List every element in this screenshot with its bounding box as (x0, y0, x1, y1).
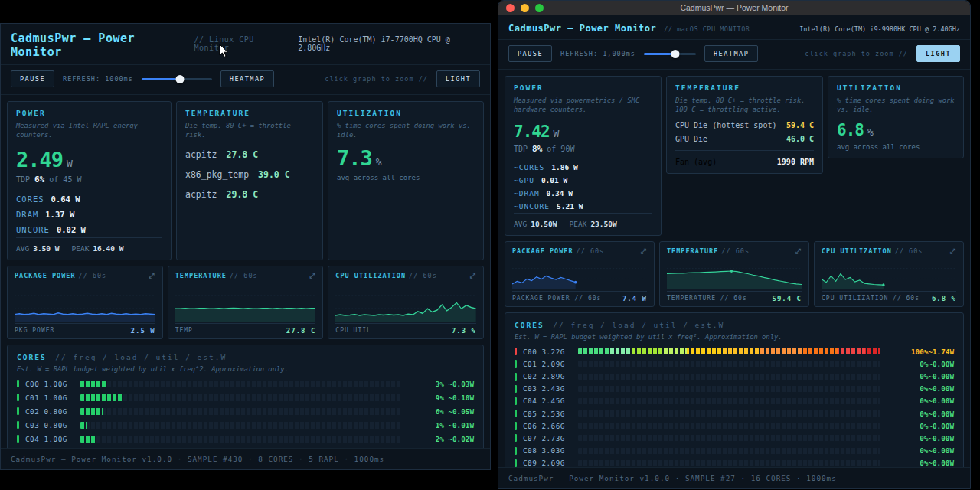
heatmap-button[interactable]: HEATMAP (220, 70, 274, 87)
core-load-accent (514, 447, 517, 455)
utilization-caption: avg across all cores (837, 143, 955, 151)
refresh-slider[interactable] (142, 74, 212, 84)
chart-window-label: // 60s (577, 247, 605, 255)
core-label: C02 0.80G (25, 407, 74, 416)
cores-panel: CORES // freq / load / util / est.W Est.… (505, 312, 964, 467)
core-row: C06 2.66G0%~0.00W (514, 422, 954, 430)
temperature-sparkline[interactable] (667, 258, 802, 289)
core-load-accent (514, 373, 517, 381)
core-rows-list: C00 1.00G3% ~0.03WC01 1.00G9% ~0.10WC02 … (17, 380, 474, 448)
temperature-sparkline[interactable] (175, 283, 316, 322)
core-row: C03 2.43G0%~0.00W (514, 384, 954, 393)
power-panel-title: POWER (514, 83, 652, 92)
expand-icon[interactable]: ⤢ (309, 272, 315, 280)
cpu-utilization-chart-panel[interactable]: CPU UTILIZATION// 60s ⤢ CPU UTIL 7.3 % (328, 266, 484, 339)
sensor-value: 59.4 C (786, 121, 814, 129)
power-row-value: 0.02 W (57, 225, 86, 234)
cpu-utilization-chart-panel[interactable]: CPU UTILIZATION// 60s ⤢ CPU UTILIZATION … (814, 241, 964, 307)
power-row-label: ~GPU (514, 176, 534, 185)
temp-sensor-row: acpitz 27.8 C (185, 149, 314, 160)
temp-sensor-row: CPU Die (hottest spot) 59.4 C (675, 121, 814, 129)
tdp-percent: 6% (34, 175, 44, 185)
package-power-sparkline[interactable] (512, 258, 647, 289)
temperature-chart-panel[interactable]: TEMPERATURE// 60s ⤢ TEMP 27.8 C (168, 266, 324, 339)
pause-button[interactable]: PAUSE (508, 45, 552, 62)
chart-title: TEMPERATURE (175, 272, 227, 279)
cores-panel-desc: Est. W = RAPL budget weighted by util x … (514, 333, 954, 341)
core-value: 6% ~0.05W (407, 407, 474, 416)
light-theme-button[interactable]: LIGHT (436, 70, 480, 87)
core-value: 0%~0.00W (887, 360, 954, 368)
expand-icon[interactable]: ⤢ (795, 247, 802, 256)
chart-latest-value: 2.5 W (131, 327, 155, 335)
core-load-accent (17, 380, 19, 387)
package-power-sparkline[interactable] (15, 283, 155, 322)
cpu-utilization-sparkline[interactable] (822, 258, 956, 289)
core-value: 100%~1.74W (887, 348, 954, 356)
core-load-accent (514, 360, 517, 368)
power-panel-title: POWER (16, 109, 162, 117)
package-power-chart-panel[interactable]: PACKAGE POWER// 60s ⤢ PACKAGE POWER // 6… (505, 241, 655, 307)
toolbar: PAUSE REFRESH: 1,000ms HEATMAP click gra… (498, 40, 970, 70)
refresh-slider[interactable] (644, 49, 696, 59)
core-load-accent (514, 459, 517, 467)
expand-icon[interactable]: ⤢ (641, 247, 647, 256)
chart-footer: CPU UTIL 7.3 % (335, 323, 476, 335)
power-row-value: 0.01 W (541, 176, 567, 185)
chart-title: TEMPERATURE (667, 247, 718, 255)
core-load-accent (514, 348, 517, 355)
package-power-chart-panel[interactable]: PACKAGE POWER// 60s ⤢ PKG POWER 2.5 W (7, 266, 163, 339)
expand-icon[interactable]: ⤢ (470, 272, 476, 280)
package-power-value: 2.49 (16, 148, 63, 172)
chart-latest-value: 59.4 C (772, 295, 802, 302)
light-theme-button[interactable]: LIGHT (916, 45, 960, 62)
sensor-value: 27.8 C (227, 149, 259, 160)
tdp-label: TDP (514, 145, 528, 153)
power-row-dram: DRAM 1.37 W (16, 210, 162, 219)
expand-icon[interactable]: ⤢ (149, 272, 155, 280)
pause-button[interactable]: PAUSE (11, 70, 54, 87)
expand-icon[interactable]: ⤢ (950, 247, 956, 256)
temperature-chart-panel[interactable]: TEMPERATURE// 60s ⤢ TEMPERATURE // 60s 5… (659, 241, 809, 307)
power-row-label: CORES (16, 194, 44, 204)
core-load-bar (80, 436, 400, 443)
core-load-accent (17, 435, 19, 443)
utilization-value: 7.3 (337, 146, 372, 170)
power-row-uncore: UNCORE 0.02 W (16, 225, 162, 234)
core-label: C02 2.89G (523, 372, 572, 381)
tdp-percent: 8% (532, 144, 542, 154)
chart-title: PACKAGE POWER (15, 272, 76, 279)
slider-thumb[interactable] (176, 75, 185, 83)
power-panel: POWER Measured via powermetrics / SMC ha… (505, 76, 662, 236)
power-panel-desc: Measured via powermetrics / SMC hardware… (514, 96, 652, 115)
power-panel-desc: Measured via Intel RAPL energy counters. (16, 121, 162, 140)
fan-value: 1990 RPM (777, 158, 814, 166)
avg-peak-row: AVG10.50W PEAK23.50W (514, 213, 652, 228)
utilization-readout: 7.3 % (337, 146, 475, 170)
chart-footer: TEMP 27.8 C (175, 323, 316, 335)
slider-thumb[interactable] (671, 50, 679, 58)
utilization-panel-title: UTILIZATION (337, 109, 475, 117)
heatmap-button[interactable]: HEATMAP (704, 45, 758, 62)
temperature-panel-desc: Die temp. 80 C+ = throttle risk. 100 C =… (675, 96, 814, 115)
chart-header: CPU UTILIZATION// 60s ⤢ (822, 247, 956, 256)
core-label: C04 2.45G (523, 397, 572, 405)
chart-title-group: CPU UTILIZATION// 60s (335, 272, 436, 279)
cpu-utilization-sparkline[interactable] (335, 283, 476, 322)
app-header: CadmusPwr — Power Monitor // macOS CPU M… (498, 15, 970, 40)
sensor-value: 29.8 C (227, 189, 259, 200)
sensor-value: 46.0 C (786, 135, 814, 143)
core-label: C03 0.80G (25, 421, 74, 430)
core-load-accent (17, 407, 19, 415)
power-row-label: ~DRAM (514, 189, 540, 198)
core-value: 1% ~0.01W (407, 421, 474, 430)
core-row: C08 3.03G0%~0.00W (514, 446, 954, 455)
temperature-panel-title: TEMPERATURE (675, 83, 814, 92)
chart-latest-value: 6.8 % (932, 295, 956, 302)
macos-titlebar[interactable]: CadmusPwr — Power Monitor (498, 1, 970, 15)
temp-sensor-row: GPU Die 46.0 C (675, 135, 814, 143)
power-row-value: 1.37 W (45, 210, 74, 219)
chart-header: TEMPERATURE// 60s ⤢ (175, 272, 316, 280)
cores-panel-title: CORES // freq / load / util / est.W (17, 353, 474, 361)
toolbar: PAUSE REFRESH: 1000ms HEATMAP click grap… (1, 65, 490, 95)
